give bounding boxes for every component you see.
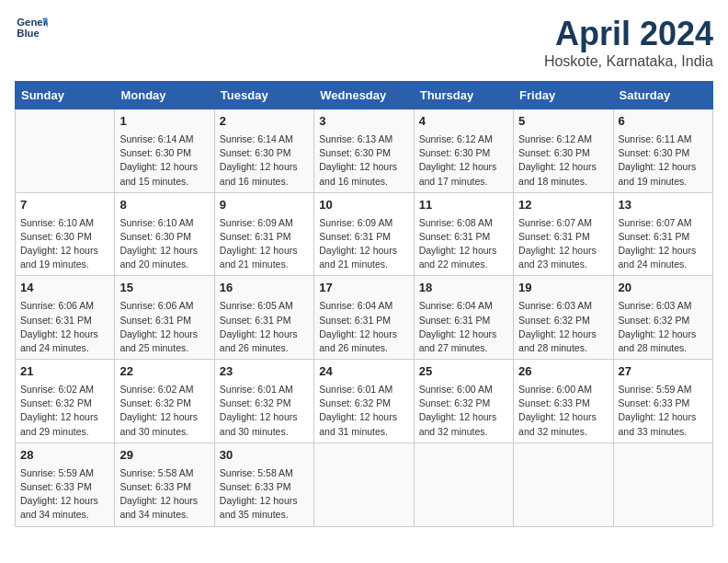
calendar-cell: 16Sunrise: 6:05 AM Sunset: 6:31 PM Dayli… — [214, 276, 313, 360]
day-info: Sunrise: 6:13 AM Sunset: 6:30 PM Dayligh… — [319, 132, 408, 189]
day-number: 2 — [220, 113, 309, 131]
calendar-cell: 19Sunrise: 6:03 AM Sunset: 6:32 PM Dayli… — [514, 276, 613, 360]
day-number: 18 — [419, 280, 508, 297]
calendar-cell: 21Sunrise: 6:02 AM Sunset: 6:32 PM Dayli… — [16, 360, 115, 443]
calendar-cell: 1Sunrise: 6:14 AM Sunset: 6:30 PM Daylig… — [115, 109, 214, 193]
calendar-cell: 10Sunrise: 6:09 AM Sunset: 6:31 PM Dayli… — [314, 192, 414, 276]
day-number: 25 — [419, 363, 508, 381]
day-header-friday: Friday — [514, 82, 613, 109]
day-info: Sunrise: 6:01 AM Sunset: 6:32 PM Dayligh… — [319, 383, 408, 439]
day-number: 16 — [220, 280, 309, 297]
day-number: 27 — [619, 363, 708, 381]
calendar-cell: 28Sunrise: 5:59 AM Sunset: 6:33 PM Dayli… — [16, 442, 115, 526]
calendar-cell: 12Sunrise: 6:07 AM Sunset: 6:31 PM Dayli… — [514, 192, 613, 276]
day-number: 9 — [220, 197, 309, 214]
day-info: Sunrise: 6:00 AM Sunset: 6:32 PM Dayligh… — [419, 383, 508, 439]
page-header: General Blue April 2024 Hoskote, Karnata… — [15, 15, 713, 70]
day-info: Sunrise: 6:08 AM Sunset: 6:31 PM Dayligh… — [419, 216, 508, 272]
day-number: 20 — [619, 280, 708, 297]
calendar-cell: 25Sunrise: 6:00 AM Sunset: 6:32 PM Dayli… — [414, 360, 513, 443]
day-info: Sunrise: 5:58 AM Sunset: 6:33 PM Dayligh… — [220, 466, 309, 523]
day-info: Sunrise: 6:06 AM Sunset: 6:31 PM Dayligh… — [20, 299, 109, 355]
day-info: Sunrise: 6:01 AM Sunset: 6:32 PM Dayligh… — [220, 383, 309, 439]
day-info: Sunrise: 6:12 AM Sunset: 6:30 PM Dayligh… — [518, 132, 608, 189]
week-row-3: 14Sunrise: 6:06 AM Sunset: 6:31 PM Dayli… — [16, 276, 713, 360]
logo: General Blue — [15, 15, 48, 40]
week-row-1: 1Sunrise: 6:14 AM Sunset: 6:30 PM Daylig… — [16, 109, 713, 193]
day-info: Sunrise: 5:59 AM Sunset: 6:33 PM Dayligh… — [619, 383, 708, 439]
day-info: Sunrise: 6:07 AM Sunset: 6:31 PM Dayligh… — [518, 216, 608, 272]
day-info: Sunrise: 5:59 AM Sunset: 6:33 PM Dayligh… — [20, 466, 109, 523]
day-info: Sunrise: 6:06 AM Sunset: 6:31 PM Dayligh… — [119, 299, 209, 355]
day-info: Sunrise: 6:05 AM Sunset: 6:31 PM Dayligh… — [220, 299, 309, 355]
calendar-cell: 13Sunrise: 6:07 AM Sunset: 6:31 PM Dayli… — [613, 192, 712, 276]
day-number: 5 — [518, 113, 608, 131]
calendar-cell: 18Sunrise: 6:04 AM Sunset: 6:31 PM Dayli… — [414, 276, 513, 360]
calendar-cell: 4Sunrise: 6:12 AM Sunset: 6:30 PM Daylig… — [414, 109, 513, 193]
day-number: 24 — [319, 363, 408, 381]
calendar-cell: 22Sunrise: 6:02 AM Sunset: 6:32 PM Dayli… — [115, 360, 214, 443]
day-info: Sunrise: 6:09 AM Sunset: 6:31 PM Dayligh… — [319, 216, 408, 272]
calendar-cell: 5Sunrise: 6:12 AM Sunset: 6:30 PM Daylig… — [514, 109, 613, 193]
day-info: Sunrise: 6:14 AM Sunset: 6:30 PM Dayligh… — [220, 132, 309, 189]
day-number: 3 — [319, 113, 408, 131]
week-row-2: 7Sunrise: 6:10 AM Sunset: 6:30 PM Daylig… — [16, 192, 713, 276]
day-number: 30 — [220, 447, 309, 465]
day-header-wednesday: Wednesday — [314, 82, 414, 109]
calendar-cell: 17Sunrise: 6:04 AM Sunset: 6:31 PM Dayli… — [314, 276, 414, 360]
day-info: Sunrise: 6:14 AM Sunset: 6:30 PM Dayligh… — [119, 132, 209, 189]
calendar-cell: 8Sunrise: 6:10 AM Sunset: 6:30 PM Daylig… — [115, 192, 214, 276]
calendar-cell: 2Sunrise: 6:14 AM Sunset: 6:30 PM Daylig… — [214, 109, 313, 193]
day-header-thursday: Thursday — [414, 82, 513, 109]
title-area: April 2024 Hoskote, Karnataka, India — [544, 15, 713, 70]
day-info: Sunrise: 6:12 AM Sunset: 6:30 PM Dayligh… — [419, 132, 508, 189]
day-number: 8 — [119, 197, 209, 214]
day-info: Sunrise: 6:10 AM Sunset: 6:30 PM Dayligh… — [119, 216, 209, 272]
calendar-cell — [613, 442, 712, 526]
day-header-tuesday: Tuesday — [214, 82, 313, 109]
day-number: 26 — [518, 363, 608, 381]
day-number: 14 — [20, 280, 109, 297]
day-number: 22 — [119, 363, 209, 381]
calendar-cell: 29Sunrise: 5:58 AM Sunset: 6:33 PM Dayli… — [115, 442, 214, 526]
day-number: 4 — [419, 113, 508, 131]
calendar-cell: 20Sunrise: 6:03 AM Sunset: 6:32 PM Dayli… — [613, 276, 712, 360]
day-info: Sunrise: 6:03 AM Sunset: 6:32 PM Dayligh… — [619, 299, 708, 355]
calendar-cell — [414, 442, 513, 526]
day-number: 17 — [319, 280, 408, 297]
day-header-sunday: Sunday — [16, 82, 115, 109]
calendar-cell: 26Sunrise: 6:00 AM Sunset: 6:33 PM Dayli… — [514, 360, 613, 443]
week-row-4: 21Sunrise: 6:02 AM Sunset: 6:32 PM Dayli… — [16, 360, 713, 443]
day-info: Sunrise: 6:10 AM Sunset: 6:30 PM Dayligh… — [20, 216, 109, 272]
calendar-subtitle: Hoskote, Karnataka, India — [544, 53, 713, 70]
calendar-cell: 30Sunrise: 5:58 AM Sunset: 6:33 PM Dayli… — [214, 442, 313, 526]
day-number: 10 — [319, 197, 408, 214]
day-number: 21 — [20, 363, 109, 381]
day-info: Sunrise: 6:02 AM Sunset: 6:32 PM Dayligh… — [20, 383, 109, 439]
calendar-cell: 6Sunrise: 6:11 AM Sunset: 6:30 PM Daylig… — [613, 109, 712, 193]
day-info: Sunrise: 6:02 AM Sunset: 6:32 PM Dayligh… — [119, 383, 209, 439]
day-number: 7 — [20, 197, 109, 214]
day-info: Sunrise: 6:07 AM Sunset: 6:31 PM Dayligh… — [619, 216, 708, 272]
day-number: 11 — [419, 197, 508, 214]
day-info: Sunrise: 6:11 AM Sunset: 6:30 PM Dayligh… — [619, 132, 708, 189]
day-info: Sunrise: 6:04 AM Sunset: 6:31 PM Dayligh… — [319, 299, 408, 355]
calendar-cell: 11Sunrise: 6:08 AM Sunset: 6:31 PM Dayli… — [414, 192, 513, 276]
day-header-monday: Monday — [115, 82, 214, 109]
svg-text:Blue: Blue — [17, 28, 40, 39]
calendar-cell: 23Sunrise: 6:01 AM Sunset: 6:32 PM Dayli… — [214, 360, 313, 443]
day-number: 6 — [619, 113, 708, 131]
calendar-cell: 24Sunrise: 6:01 AM Sunset: 6:32 PM Dayli… — [314, 360, 414, 443]
day-number: 12 — [518, 197, 608, 214]
day-number: 29 — [119, 447, 209, 465]
day-info: Sunrise: 6:03 AM Sunset: 6:32 PM Dayligh… — [518, 299, 608, 355]
day-number: 28 — [20, 447, 109, 465]
calendar-cell: 27Sunrise: 5:59 AM Sunset: 6:33 PM Dayli… — [613, 360, 712, 443]
day-number: 13 — [619, 197, 708, 214]
day-number: 23 — [220, 363, 309, 381]
calendar-cell — [514, 442, 613, 526]
calendar-cell: 7Sunrise: 6:10 AM Sunset: 6:30 PM Daylig… — [16, 192, 115, 276]
day-number: 15 — [119, 280, 209, 297]
calendar-cell — [314, 442, 414, 526]
calendar-cell: 14Sunrise: 6:06 AM Sunset: 6:31 PM Dayli… — [16, 276, 115, 360]
